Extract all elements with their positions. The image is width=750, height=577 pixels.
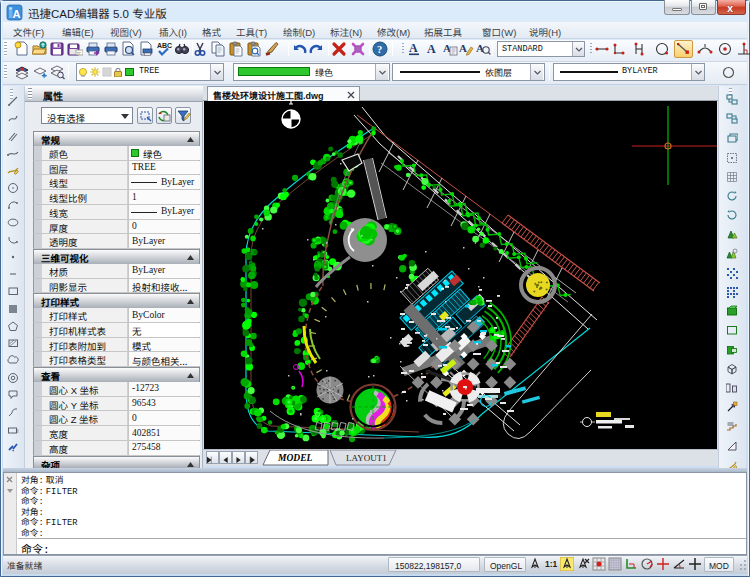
svg-text:ABC: ABC [157, 42, 172, 49]
svg-text:?: ? [377, 44, 382, 55]
svg-text:A: A [409, 41, 418, 55]
svg-text:A: A [13, 8, 21, 20]
svg-text:A: A [459, 42, 467, 54]
svg-text:1:1: 1:1 [545, 559, 558, 569]
svg-text:MODEL: MODEL [277, 453, 313, 463]
svg-text:A: A [427, 42, 436, 56]
svg-text:A: A [476, 42, 484, 54]
svg-text:x: x [727, 2, 734, 13]
svg-text:LAYOUT1: LAYOUT1 [346, 453, 387, 463]
